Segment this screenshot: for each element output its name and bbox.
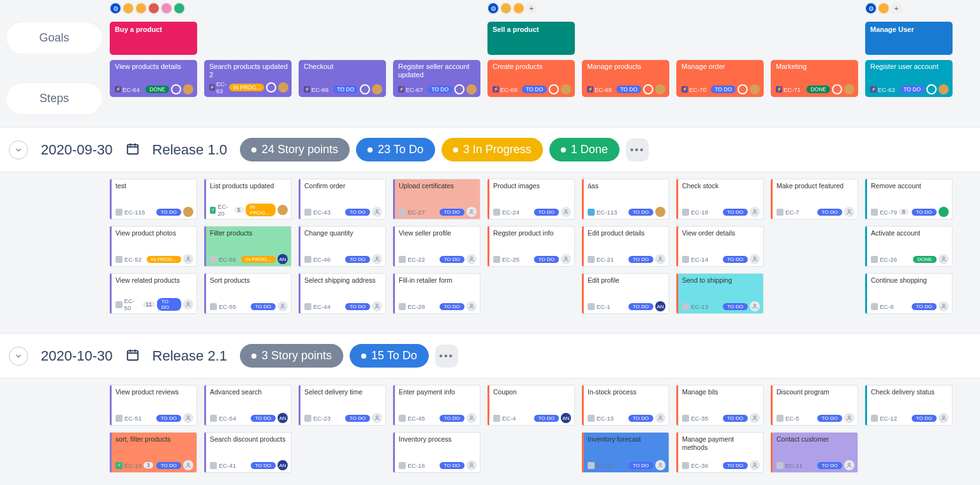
issue-key: EC-23 bbox=[313, 415, 330, 422]
story-card[interactable]: Advanced searchEC-54TO DOAN bbox=[204, 385, 292, 426]
epic-icon: ⚡ bbox=[493, 86, 499, 93]
card-title: Manage bils bbox=[682, 388, 760, 396]
release-date[interactable]: 2020-09-30 bbox=[41, 142, 113, 158]
story-card[interactable]: Inventory forecastEC-17TO DO bbox=[582, 432, 669, 473]
step-card[interactable]: Checkout⚡ EC-66TO DO bbox=[299, 60, 386, 97]
status-badge: DONE bbox=[806, 86, 830, 93]
calendar-icon[interactable] bbox=[126, 348, 140, 364]
story-card[interactable]: Send to shippingEC-13TO DO bbox=[676, 273, 764, 314]
summary-chip[interactable]: 24 Story points bbox=[240, 138, 350, 161]
story-card[interactable]: In-stock processEC-15TO DO bbox=[582, 385, 669, 426]
svg-point-5 bbox=[848, 210, 850, 212]
card-slot: Manage payment methodsEC-36TO DO bbox=[676, 432, 764, 473]
story-card[interactable]: Enter payment infoEC-45TO DO bbox=[393, 385, 480, 426]
step-card[interactable]: Manage order⚡ EC-70TO DO bbox=[676, 60, 764, 97]
story-card[interactable]: View order detailsEC-14TO DO bbox=[676, 226, 764, 267]
step-card[interactable]: Manage products⚡ EC-69TO DO bbox=[582, 60, 669, 97]
calendar-icon[interactable] bbox=[126, 142, 140, 158]
more-actions[interactable]: ••• bbox=[626, 138, 649, 161]
story-card[interactable]: Inventory processEC-16TO DO bbox=[393, 432, 480, 473]
story-card[interactable]: Product imagesEC-24TO DO bbox=[487, 179, 575, 220]
card-title: Check stock bbox=[682, 182, 760, 190]
status-badge: TO DO bbox=[900, 86, 924, 93]
story-card[interactable]: Activate accountEC-26DONE bbox=[865, 226, 953, 267]
story-card[interactable]: Discount programEC-5TO DO bbox=[771, 385, 858, 426]
step-card[interactable]: Search products updated 2⚡ EC-63IN PROG.… bbox=[204, 60, 292, 97]
story-card[interactable]: CouponEC-4TO DOAN bbox=[487, 385, 575, 426]
gear-icon[interactable]: ⚙ bbox=[865, 3, 877, 14]
story-card[interactable]: sort, filter products✓EC-193TO DO bbox=[110, 432, 197, 473]
goal-card[interactable]: Buy a product bbox=[110, 22, 197, 55]
story-card[interactable]: Check delivery statusEC-12TO DO bbox=[865, 385, 953, 426]
release-name[interactable]: Release 2.1 bbox=[152, 348, 227, 364]
goal-card[interactable]: Sell a product bbox=[487, 22, 575, 55]
story-card[interactable]: View product photosEC-52IN PROG... bbox=[110, 226, 197, 267]
step-slot: Search products updated 2⚡ EC-63IN PROG.… bbox=[204, 60, 292, 97]
story-card[interactable]: Make product featuredEC-7TO DO bbox=[771, 179, 858, 220]
story-card[interactable]: Confirm orderEC-43TO DO bbox=[299, 179, 386, 220]
summary-chip[interactable]: 1 Done bbox=[549, 138, 620, 161]
story-card[interactable]: Select shipping addressEC-44TO DO bbox=[299, 273, 386, 314]
collapse-toggle[interactable] bbox=[9, 140, 28, 160]
goal-slot bbox=[582, 22, 669, 55]
assignee-avatar bbox=[655, 413, 665, 423]
status-badge: IN PROG... bbox=[147, 256, 181, 263]
release-date[interactable]: 2020-10-30 bbox=[41, 348, 113, 364]
card-slot: Regster product infoEC-25TO DO bbox=[487, 226, 575, 267]
step-card[interactable]: Register seller account updated⚡ EC-67TO… bbox=[393, 60, 480, 97]
gear-icon[interactable]: ⚙ bbox=[110, 3, 121, 14]
issue-type-icon bbox=[682, 256, 689, 263]
story-card[interactable]: Select delivery timeEC-23TO DO bbox=[299, 385, 386, 426]
issue-key: EC-54 bbox=[219, 415, 236, 422]
story-card[interactable]: Check stockEC-18TO DO bbox=[676, 179, 764, 220]
story-card[interactable]: testEC-115TO DO bbox=[110, 179, 197, 220]
story-card[interactable]: Filter productsEC-56IN PROG...AN bbox=[204, 226, 292, 267]
collapse-toggle[interactable] bbox=[9, 347, 28, 366]
story-card[interactable]: Fill-in retailer formEC-28TO DO bbox=[393, 273, 480, 314]
issue-type-icon bbox=[304, 415, 311, 422]
story-card[interactable]: View product reviewsEC-51TO DO bbox=[110, 385, 197, 426]
summary-chip[interactable]: 3 In Progress bbox=[442, 138, 543, 161]
goal-card[interactable]: Manage User bbox=[865, 22, 953, 55]
gear-icon[interactable]: ⚙ bbox=[487, 3, 499, 14]
story-card[interactable]: Edit product detailsEC-21TO DO bbox=[582, 226, 669, 267]
assignee-avatar: AN bbox=[278, 460, 288, 470]
story-card[interactable]: Change quantityEC-46TO DO bbox=[299, 226, 386, 267]
story-card[interactable]: áasEC-113TO DO bbox=[582, 179, 669, 220]
story-card[interactable]: Search discount productsEC-41TO DOAN bbox=[204, 432, 292, 473]
card-title: Contact customer bbox=[776, 435, 854, 444]
step-card[interactable]: View products details⚡ EC-64DONE bbox=[110, 60, 197, 97]
step-card[interactable]: Marketing⚡ EC-71DONE bbox=[771, 60, 858, 97]
story-card[interactable]: Regster product infoEC-25TO DO bbox=[487, 226, 575, 267]
svg-point-26 bbox=[942, 416, 944, 418]
svg-point-20 bbox=[187, 416, 189, 418]
story-card[interactable]: List products updated✓EC-205IN PROG... bbox=[204, 179, 292, 220]
story-card[interactable]: Manage bilsEC-35TO DO bbox=[676, 385, 764, 426]
column-avatars bbox=[204, 3, 292, 17]
summary-chip[interactable]: 23 To Do bbox=[356, 138, 435, 161]
story-card[interactable]: View seller profileEC-22TO DO bbox=[393, 226, 480, 267]
more-actions[interactable]: ••• bbox=[435, 345, 458, 368]
release-name[interactable]: Release 1.0 bbox=[152, 142, 227, 158]
assignee-avatar bbox=[561, 254, 571, 264]
assignee-avatar bbox=[655, 460, 665, 470]
story-card[interactable]: Continue shoppingEC-8TO DO bbox=[865, 273, 953, 314]
step-card[interactable]: Register user account⚡ EC-62TO DO bbox=[865, 60, 953, 97]
step-card[interactable]: Create products⚡ EC-68TO DO bbox=[487, 60, 575, 97]
add-user-icon[interactable]: + bbox=[891, 3, 902, 14]
summary-chip[interactable]: 3 Story points bbox=[240, 344, 343, 368]
avatar bbox=[135, 3, 147, 14]
story-card[interactable]: Remove accountEC-798TO DO bbox=[865, 179, 953, 220]
story-points: 3 bbox=[144, 462, 153, 468]
user-icon bbox=[185, 301, 191, 308]
story-card[interactable]: Sort productsEC-55TO DO bbox=[204, 273, 292, 314]
add-user-icon[interactable]: + bbox=[526, 3, 537, 14]
svg-point-28 bbox=[470, 463, 472, 465]
story-card[interactable]: Upload certificatesEC-27TO DO bbox=[393, 179, 480, 220]
story-card[interactable]: Manage payment methodsEC-36TO DO bbox=[676, 432, 764, 473]
story-card[interactable]: Edit profileEC-1TO DOAN bbox=[582, 273, 669, 314]
summary-chip[interactable]: 15 To Do bbox=[350, 344, 429, 368]
svg-point-12 bbox=[942, 257, 944, 259]
story-card[interactable]: View related productsEC-5011TO DO bbox=[110, 273, 197, 314]
story-card[interactable]: Contact customerEC-11TO DO bbox=[771, 432, 858, 473]
